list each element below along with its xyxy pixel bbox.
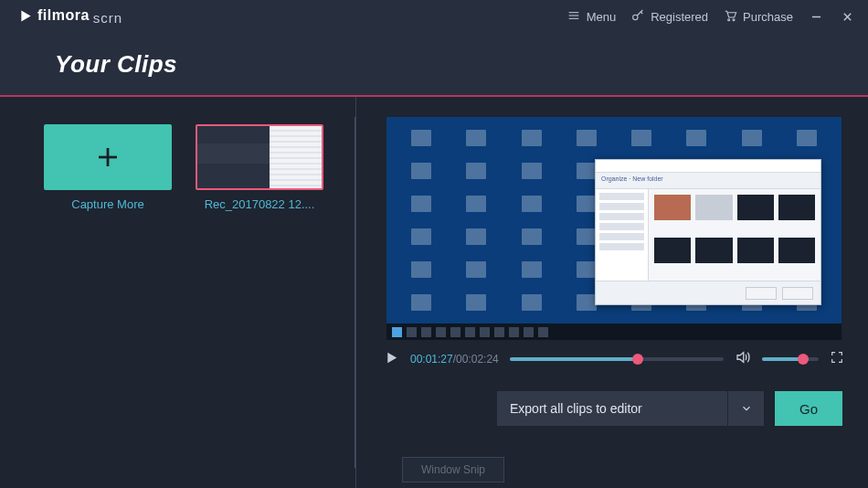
svg-point-6 <box>728 18 730 20</box>
menu-button[interactable]: Menu <box>566 8 617 26</box>
seek-slider[interactable] <box>510 357 724 361</box>
volume-icon <box>735 349 751 366</box>
volume-button[interactable] <box>735 349 751 369</box>
capture-more-thumb[interactable] <box>44 124 172 190</box>
svg-point-7 <box>733 18 735 20</box>
registered-label: Registered <box>651 10 708 24</box>
fullscreen-icon <box>830 350 844 365</box>
seek-fill <box>510 357 639 361</box>
play-icon <box>384 350 399 366</box>
preview-taskbar <box>386 324 842 340</box>
clip-thumbnail[interactable] <box>196 124 323 190</box>
registered-button[interactable]: Registered <box>630 8 708 26</box>
player-controls: 00:01:27 /00:02:24 <box>382 349 846 369</box>
brand: filmora scrn <box>18 7 122 27</box>
titlebar-right: Menu Registered Purchase <box>566 8 855 26</box>
svg-line-5 <box>641 12 643 14</box>
logo-icon <box>18 8 34 24</box>
clips-pane: Capture More Rec_20170822 12.... <box>0 97 356 488</box>
time-display: 00:01:27 /00:02:24 <box>410 353 499 366</box>
purchase-button[interactable]: Purchase <box>723 8 793 26</box>
window-snip-overlay: Window Snip <box>402 457 504 483</box>
brand-name: filmora <box>37 7 90 24</box>
titlebar: filmora scrn Menu Registered Purchase <box>0 0 868 33</box>
go-button[interactable]: Go <box>775 391 842 426</box>
page-title: Your Clips <box>55 50 177 79</box>
brand-suffix: scrn <box>93 10 122 26</box>
volume-handle[interactable] <box>798 354 809 365</box>
menu-icon <box>566 8 581 26</box>
cart-icon <box>723 8 737 26</box>
export-selected-label: Export all clips to editor <box>497 391 727 426</box>
volume-slider[interactable] <box>762 357 819 361</box>
chevron-down-icon <box>740 402 753 415</box>
capture-more-card[interactable]: Capture More <box>44 124 172 211</box>
export-dropdown-toggle[interactable] <box>727 391 764 426</box>
section-header: Your Clips <box>0 33 868 97</box>
vertical-divider <box>355 117 355 468</box>
preview-pane: Organize · New folder 00:01:27 <box>356 97 868 488</box>
fullscreen-button[interactable] <box>830 350 844 368</box>
preview-explorer-window: Organize · New folder <box>595 159 821 305</box>
seek-handle[interactable] <box>632 354 643 365</box>
menu-label: Menu <box>587 10 617 24</box>
main: Capture More Rec_20170822 12.... Organiz… <box>0 97 868 488</box>
purchase-label: Purchase <box>743 10 793 24</box>
play-button[interactable] <box>384 350 399 369</box>
close-button[interactable] <box>839 8 855 25</box>
preview-video[interactable]: Organize · New folder <box>386 117 842 340</box>
brand-logo: filmora <box>18 7 90 24</box>
export-row: Export all clips to editor Go <box>382 391 846 426</box>
duration: /00:02:24 <box>453 353 499 366</box>
clip-card[interactable]: Rec_20170822 12.... <box>196 124 323 211</box>
key-icon <box>630 8 645 26</box>
current-time: 00:01:27 <box>410 353 453 366</box>
export-select[interactable]: Export all clips to editor <box>497 391 764 426</box>
plus-icon <box>94 143 122 171</box>
capture-more-label: Capture More <box>44 197 172 211</box>
clip-label: Rec_20170822 12.... <box>196 197 323 211</box>
minimize-button[interactable] <box>808 8 824 25</box>
svg-point-3 <box>633 15 638 19</box>
